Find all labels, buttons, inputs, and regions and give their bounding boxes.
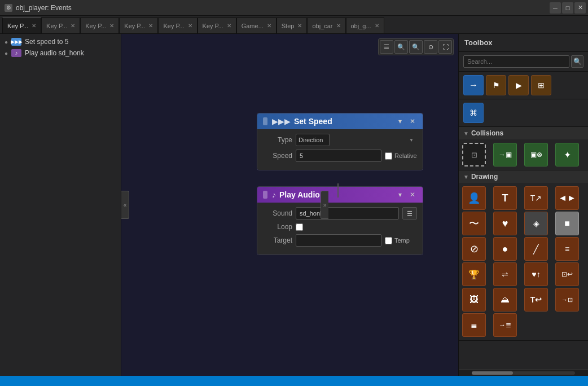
tab-label: Key P...	[163, 23, 184, 29]
collision-enter-icon-btn[interactable]: →▣	[493, 143, 517, 166]
collision-star-icon-btn[interactable]: ✦	[555, 143, 579, 166]
draw-goto-icon-btn[interactable]: →⊡	[555, 288, 579, 312]
tab-step[interactable]: Step ✕	[277, 17, 308, 33]
set-speed-close-btn[interactable]: ✕	[408, 117, 417, 126]
tab-close-9[interactable]: ✕	[336, 23, 341, 29]
tab-key-p-5[interactable]: Key P... ✕	[158, 17, 197, 33]
drawing-section: ▼ Drawing 👤 T T↗ ◄► 〜 ♥ ◈ ■ ⊘ ● ╱ ≡ 🏆	[459, 170, 588, 341]
draw-exchange-icon-btn[interactable]: ⇌	[493, 262, 517, 286]
collapse-left-arrow[interactable]: «	[121, 191, 129, 219]
canvas-area: ☰ 🔍 🔍 ⊙ ⛶ ▶▶▶ Set Speed ▾ ✕ Type Direct	[121, 34, 458, 376]
draw-self-icon-btn[interactable]: 👤	[462, 186, 486, 210]
toolbox-second-icons: ⌘	[459, 99, 588, 127]
close-button[interactable]: ✕	[574, 2, 586, 14]
play-audio-menu-btn[interactable]: ▾	[396, 190, 405, 199]
draw-lines-icon-btn[interactable]: ≣	[462, 313, 486, 337]
draw-circle-stroke-icon-btn[interactable]: ⊘	[462, 237, 486, 261]
block-drag-handle[interactable]	[263, 117, 267, 125]
sound-label: Sound	[263, 209, 292, 217]
loop-row: Loop	[263, 223, 417, 231]
scrollbar-thumb[interactable]	[472, 371, 513, 375]
draw-trophy-icon-btn[interactable]: 🏆	[462, 262, 486, 286]
set-speed-body: Type Direction Horizontal Vertical Speed	[257, 129, 423, 170]
connection-line	[337, 183, 339, 198]
tab-key-p-6[interactable]: Key P... ✕	[198, 17, 236, 33]
relative-checkbox[interactable]	[385, 152, 392, 160]
set-speed-title: Set Speed	[294, 117, 392, 126]
drawing-header[interactable]: ▼ Drawing	[459, 170, 588, 183]
play-audio-close-btn[interactable]: ✕	[408, 190, 417, 199]
draw-line-icon-btn[interactable]: ╱	[524, 237, 548, 261]
zoom-out-btn[interactable]: 🔍	[394, 40, 408, 54]
canvas-toolbar: ☰ 🔍 🔍 ⊙ ⛶	[378, 38, 454, 55]
draw-pacman-icon-btn[interactable]: ◄►	[555, 186, 579, 210]
tab-obj-g[interactable]: obj_g... ✕	[346, 17, 384, 33]
canvas-menu-btn[interactable]: ☰	[380, 40, 393, 54]
tab-obj-car[interactable]: obj_car ✕	[307, 17, 345, 33]
draw-text-icon-btn[interactable]: T	[493, 186, 517, 210]
draw-text-scaled-icon-btn[interactable]: T↗	[524, 186, 548, 210]
tab-close-1[interactable]: ✕	[32, 23, 36, 29]
type-select-wrapper: Direction Horizontal Vertical	[296, 134, 417, 146]
tab-key-p-2[interactable]: Key P... ✕	[41, 17, 80, 33]
bullet-1: ●	[5, 39, 8, 45]
set-speed-menu-btn[interactable]: ▾	[396, 117, 405, 126]
tab-key-p-4[interactable]: Key P... ✕	[119, 17, 158, 33]
collisions-title: Collisions	[471, 129, 503, 137]
zoom-in-btn[interactable]: 🔍	[409, 40, 423, 54]
sound-input[interactable]	[296, 207, 399, 220]
title-bar: ⚙ obj_player: Events ─ □ ✕	[0, 0, 588, 16]
tab-label: Game...	[242, 23, 264, 29]
draw-heart-icon-btn[interactable]: ♥	[493, 212, 517, 235]
toolbox-panel: Toolbox 🔍 → ⚑ ▶ ⊞ ⌘ ▼ Collisions ⊡	[458, 34, 588, 376]
draw-rect-icon-btn[interactable]: ■	[555, 212, 579, 235]
minimize-button[interactable]: ─	[550, 2, 561, 14]
draw-text-return-icon-btn[interactable]: T↩	[524, 288, 548, 312]
tab-close-5[interactable]: ✕	[188, 23, 192, 29]
play-audio-icon-left: ♪	[11, 49, 21, 57]
tab-close-7[interactable]: ✕	[267, 23, 271, 29]
draw-wave-icon-btn[interactable]: 〜	[462, 212, 486, 235]
draw-hatch-icon-btn[interactable]: ◈	[524, 212, 548, 235]
draw-mountain-icon-btn[interactable]: ⛰	[493, 288, 517, 312]
fullscreen-btn[interactable]: ⛶	[438, 40, 452, 54]
draw-circle-fill-icon-btn[interactable]: ●	[493, 237, 517, 261]
left-item-set-speed[interactable]: ● ▶▶▶ Set speed to 5	[0, 36, 121, 47]
draw-box-return-icon-btn[interactable]: ⊡↩	[555, 262, 579, 286]
draw-heart-up-icon-btn[interactable]: ♥↑	[524, 262, 548, 286]
collisions-header[interactable]: ▼ Collisions	[459, 127, 588, 139]
target-input[interactable]	[296, 234, 381, 247]
drawing-arrow-icon: ▼	[463, 174, 469, 180]
cmd-icon-btn[interactable]: ⌘	[463, 103, 484, 123]
collision-box-icon-btn[interactable]: ⊡	[462, 143, 486, 166]
play-arrow-icon-btn[interactable]: ▶	[508, 75, 529, 95]
tab-close-2[interactable]: ✕	[71, 23, 75, 29]
draw-stack-icon-btn[interactable]: ≡	[555, 237, 579, 261]
play-audio-drag-handle[interactable]	[263, 191, 267, 199]
tab-key-p-1[interactable]: Key P... ✕	[2, 17, 41, 33]
collapse-right-arrow[interactable]: »	[321, 191, 328, 219]
loop-checkbox[interactable]	[296, 223, 303, 231]
speed-input[interactable]	[296, 150, 381, 162]
tab-close-4[interactable]: ✕	[148, 23, 153, 29]
flag-icon-btn[interactable]: ⚑	[486, 75, 506, 95]
tab-game[interactable]: Game... ✕	[236, 17, 277, 33]
maximize-button[interactable]: □	[562, 2, 573, 14]
collision-exit-icon-btn[interactable]: ▣⊗	[524, 143, 548, 166]
move-right-icon-btn[interactable]: →	[463, 75, 484, 95]
draw-image-icon-btn[interactable]: 🖼	[462, 288, 486, 312]
tab-close-8[interactable]: ✕	[297, 23, 302, 29]
draw-arrow-lines-icon-btn[interactable]: →≣	[493, 313, 517, 337]
temp-checkbox[interactable]	[385, 237, 392, 244]
tab-key-p-3[interactable]: Key P... ✕	[80, 17, 119, 33]
tab-close-6[interactable]: ✕	[227, 23, 231, 29]
tab-close-10[interactable]: ✕	[375, 23, 379, 29]
grid-icon-btn[interactable]: ⊞	[531, 75, 551, 95]
toolbox-search-input[interactable]	[463, 55, 569, 68]
tab-close-3[interactable]: ✕	[109, 23, 114, 29]
zoom-reset-btn[interactable]: ⊙	[424, 40, 437, 54]
search-button[interactable]: 🔍	[571, 55, 583, 68]
sound-file-btn[interactable]: ☰	[402, 207, 417, 220]
type-select[interactable]: Direction Horizontal Vertical	[296, 134, 330, 146]
left-item-play-audio[interactable]: ● ♪ Play audio sd_honk	[0, 47, 121, 59]
